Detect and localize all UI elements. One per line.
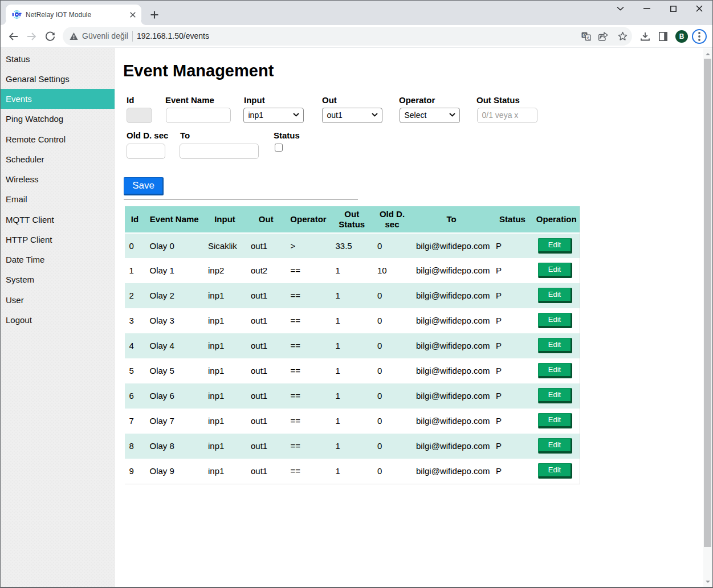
svg-text:え: え [586,35,590,40]
